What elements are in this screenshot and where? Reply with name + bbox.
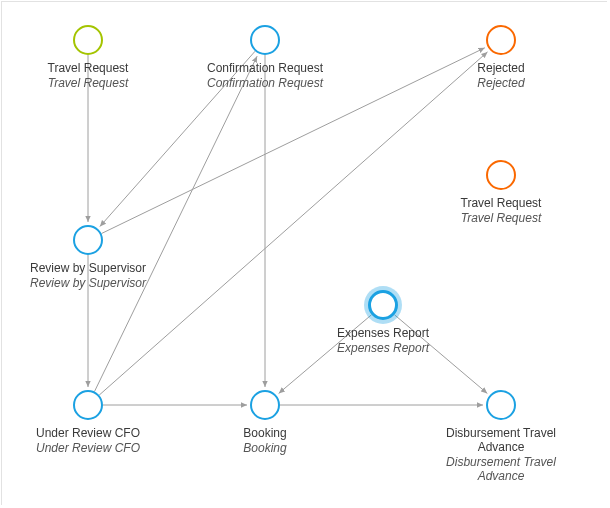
node-subtitle: Expenses Report: [308, 341, 458, 355]
node-subtitle: Confirmation Request: [190, 76, 340, 90]
diagram-canvas[interactable]: Travel RequestTravel RequestConfirmation…: [1, 1, 607, 505]
node-booking[interactable]: BookingBooking: [190, 390, 340, 455]
node-subtitle: Under Review CFO: [13, 441, 163, 455]
state-circle[interactable]: [73, 25, 103, 55]
node-title: Expenses Report: [308, 326, 458, 340]
node-title: Booking: [190, 426, 340, 440]
node-review_supervisor[interactable]: Review by SupervisorReview by Supervisor: [13, 225, 163, 290]
node-disbursement[interactable]: Disbursement Travel AdvanceDisbursement …: [426, 390, 576, 483]
node-expenses_report[interactable]: Expenses ReportExpenses Report: [308, 290, 458, 355]
state-circle[interactable]: [73, 225, 103, 255]
node-title: Review by Supervisor: [13, 261, 163, 275]
state-circle[interactable]: [486, 25, 516, 55]
state-circle[interactable]: [486, 390, 516, 420]
node-title: Rejected: [426, 61, 576, 75]
node-under_review_cfo[interactable]: Under Review CFOUnder Review CFO: [13, 390, 163, 455]
node-subtitle: Review by Supervisor: [13, 276, 163, 290]
node-travel_request_end[interactable]: Travel RequestTravel Request: [426, 160, 576, 225]
node-confirmation_request[interactable]: Confirmation RequestConfirmation Request: [190, 25, 340, 90]
state-circle[interactable]: [486, 160, 516, 190]
node-subtitle: Travel Request: [426, 211, 576, 225]
state-circle[interactable]: [250, 25, 280, 55]
node-subtitle: Rejected: [426, 76, 576, 90]
node-title: Confirmation Request: [190, 61, 340, 75]
node-travel_request_start[interactable]: Travel RequestTravel Request: [13, 25, 163, 90]
node-subtitle: Travel Request: [13, 76, 163, 90]
node-title: Travel Request: [426, 196, 576, 210]
state-circle[interactable]: [250, 390, 280, 420]
node-title: Disbursement Travel Advance: [426, 426, 576, 454]
node-title: Under Review CFO: [13, 426, 163, 440]
node-title: Travel Request: [13, 61, 163, 75]
state-circle[interactable]: [73, 390, 103, 420]
node-rejected[interactable]: RejectedRejected: [426, 25, 576, 90]
node-subtitle: Booking: [190, 441, 340, 455]
state-circle[interactable]: [368, 290, 398, 320]
node-subtitle: Disbursement Travel Advance: [426, 455, 576, 483]
edge-under_review_cfo-to-confirmation_request: [95, 56, 258, 391]
